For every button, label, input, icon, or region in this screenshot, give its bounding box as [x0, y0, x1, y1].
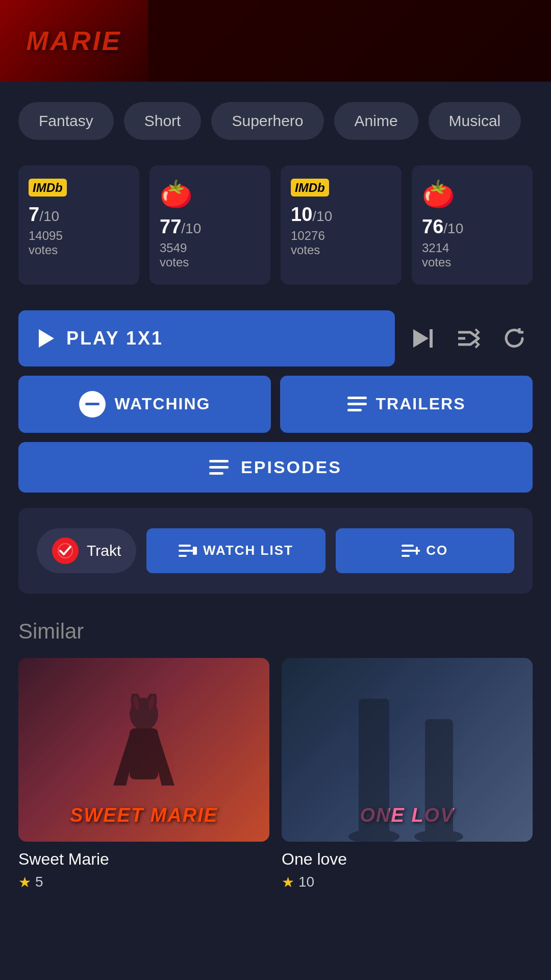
similar-card-sweet-marie[interactable]: SWEET MARIE Sweet Marie ★ 5 [18, 658, 269, 891]
legs-silhouette [282, 658, 533, 842]
svg-rect-5 [179, 550, 191, 552]
imdb-votes-1: 14095votes [29, 229, 63, 257]
sweet-marie-rating: ★ 5 [18, 874, 269, 891]
skip-next-icon [409, 325, 436, 352]
trakt-label: Trakt [87, 542, 121, 559]
genre-tag-anime[interactable]: Anime [334, 102, 418, 140]
tomato-votes-2: 3214votes [422, 241, 451, 270]
svg-rect-23 [425, 719, 453, 842]
rating-card-tomato-1: 🍅 77/10 3549votes [149, 165, 270, 285]
ep-line-3 [209, 472, 223, 475]
shuffle-icon [455, 325, 482, 352]
minus-circle-icon [79, 391, 106, 418]
ep-line-1 [209, 460, 229, 462]
similar-section-title: Similar [18, 619, 533, 644]
list-icon-episodes [209, 460, 229, 475]
list-line-3 [347, 409, 362, 411]
svg-rect-12 [402, 550, 414, 552]
trakt-svg [55, 541, 76, 561]
movie-title: MARIE [26, 26, 122, 56]
trakt-icon [52, 537, 79, 564]
similar-card-one-love[interactable]: ONE LOV One love ★ 10 [282, 658, 533, 891]
trailers-button[interactable]: TRAILERS [280, 376, 533, 433]
rating-card-imdb-1: IMDb 7/10 14095votes [18, 165, 139, 285]
action-buttons: PLAY 1X1 [0, 300, 551, 493]
episodes-button[interactable]: EPISODES [18, 442, 533, 493]
rating-card-tomato-2: 🍅 76/10 3214votes [412, 165, 533, 285]
trakt-logo-button[interactable]: Trakt [37, 528, 136, 573]
svg-rect-11 [402, 545, 414, 547]
skip-next-button[interactable] [404, 320, 441, 357]
minus-line [85, 403, 99, 405]
add-list-icon-collection [402, 542, 420, 560]
genre-tag-short[interactable]: Short [124, 102, 202, 140]
watch-trailers-row: WATCHING TRAILERS [18, 376, 533, 433]
genre-tag-superhero[interactable]: Superhero [211, 102, 323, 140]
watching-button[interactable]: WATCHING [18, 376, 271, 433]
play-icon [39, 329, 54, 348]
one-love-rating: ★ 10 [282, 874, 533, 891]
play-button[interactable]: PLAY 1X1 [18, 310, 395, 366]
star-icon-2: ★ [282, 874, 294, 891]
watch-list-button[interactable]: WATCH LIST [146, 528, 325, 573]
genre-tag-fantasy[interactable]: Fantasy [18, 102, 114, 140]
svg-rect-6 [179, 555, 187, 557]
tomato-logo-1: 🍅 [160, 181, 193, 207]
list-line-1 [347, 397, 367, 399]
imdb-score-2: 10/10 [291, 203, 332, 227]
genre-scroll-container: Fantasy Short Superhero Anime Musical [0, 82, 551, 160]
svg-rect-10 [190, 550, 197, 552]
svg-point-25 [414, 830, 463, 842]
collection-button[interactable]: CO [336, 528, 514, 573]
imdb-logo-2: IMDb [291, 181, 329, 195]
refresh-icon [501, 325, 528, 352]
svg-rect-4 [179, 545, 191, 547]
rating-card-imdb-2: IMDb 10/10 10276votes [281, 165, 402, 285]
one-love-poster: ONE LOV [282, 658, 533, 842]
similar-grid: SWEET MARIE Sweet Marie ★ 5 [18, 658, 533, 891]
imdb-votes-2: 10276votes [291, 229, 325, 257]
trakt-section: Trakt WATCH LIST CO [18, 508, 533, 594]
refresh-button[interactable] [496, 320, 533, 357]
genre-tag-musical[interactable]: Musical [429, 102, 521, 140]
one-love-title: One love [282, 850, 533, 869]
imdb-logo-1: IMDb [29, 181, 67, 195]
character-silhouette [98, 694, 190, 811]
ratings-row: IMDb 7/10 14095votes 🍅 77/10 3549votes I… [0, 160, 551, 300]
similar-section: Similar SWEET MARIE [0, 609, 551, 901]
svg-rect-15 [413, 550, 420, 552]
star-icon: ★ [18, 874, 31, 891]
sweet-marie-title: Sweet Marie [18, 850, 269, 869]
tomato-score-1: 77/10 [160, 215, 201, 239]
tomato-votes-1: 3549votes [160, 241, 189, 270]
svg-rect-1 [430, 329, 433, 348]
shuffle-button[interactable] [450, 320, 487, 357]
svg-point-2 [56, 542, 74, 560]
svg-point-24 [348, 829, 399, 842]
play-row: PLAY 1X1 [18, 310, 533, 366]
svg-marker-0 [413, 329, 429, 348]
list-line-2 [347, 403, 367, 405]
sweet-marie-poster: SWEET MARIE [18, 658, 269, 842]
imdb-score-1: 7/10 [29, 203, 59, 227]
list-icon-trailers [347, 397, 367, 411]
ep-line-2 [209, 466, 229, 469]
tomato-logo-2: 🍅 [422, 181, 455, 207]
movie-poster-header: MARIE [0, 0, 551, 82]
add-list-icon-watchlist [179, 542, 197, 560]
svg-rect-22 [359, 699, 389, 842]
tomato-score-2: 76/10 [422, 215, 463, 239]
svg-rect-13 [402, 555, 410, 557]
